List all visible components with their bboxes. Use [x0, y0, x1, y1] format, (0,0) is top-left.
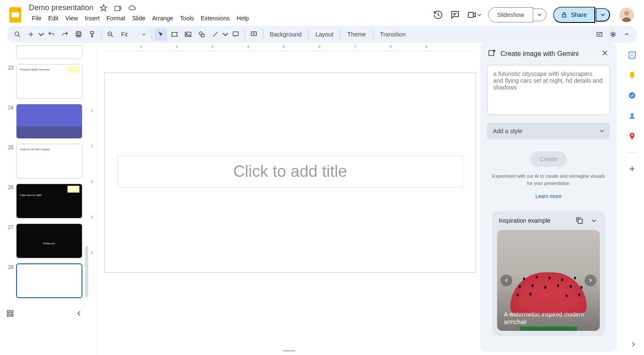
select-tool-icon[interactable]	[155, 28, 167, 41]
right-rail: 31	[620, 43, 644, 355]
contacts-icon[interactable]	[628, 112, 636, 120]
add-comment-icon[interactable]	[247, 28, 260, 41]
close-icon[interactable]	[601, 49, 609, 59]
filmstrip-wrap: 23 Financial Health Overview 24 25 Goals…	[0, 43, 89, 355]
paint-format-icon[interactable]	[86, 28, 98, 41]
expand-rail-icon[interactable]	[630, 341, 637, 350]
new-slide-dropdown[interactable]	[38, 28, 44, 41]
next-icon[interactable]	[585, 274, 596, 286]
inspiration-section: Inspiration example	[492, 211, 605, 336]
undo-icon[interactable]	[45, 28, 58, 41]
share-dropdown[interactable]	[596, 8, 610, 22]
ruler-tick: 3	[211, 45, 214, 49]
theme-button[interactable]: Theme	[343, 31, 370, 38]
meet-button[interactable]	[467, 10, 481, 20]
slide-thumb-26[interactable]: Open floor for Q&A	[16, 184, 82, 218]
style-select[interactable]: Add a style	[487, 123, 610, 140]
slide-row: 27 Thank you.	[4, 224, 82, 258]
background-button[interactable]: Background	[266, 31, 306, 38]
transition-button[interactable]: Transition	[376, 31, 410, 38]
slide-row: 25 Goals for the Next Quarter	[4, 144, 82, 179]
inspiration-title: Inspiration example	[499, 217, 550, 224]
history-icon[interactable]	[433, 10, 443, 20]
line-icon[interactable]	[209, 28, 222, 41]
move-icon[interactable]	[114, 4, 122, 12]
print-icon[interactable]	[72, 28, 85, 41]
collapse-icon[interactable]	[620, 28, 633, 41]
inspiration-image[interactable]: A watermelon inspired modern armchair	[497, 230, 600, 331]
title-textbox[interactable]: Click to add title	[118, 156, 463, 187]
slide-thumb-24[interactable]	[16, 104, 82, 139]
slide-thumb-23[interactable]: Financial Health Overview	[16, 64, 82, 99]
create-button[interactable]: Create	[530, 151, 567, 167]
comment-icon[interactable]	[450, 10, 460, 20]
style-label: Add a style	[493, 128, 522, 134]
share-button[interactable]: Share	[553, 7, 595, 23]
slide-thumb-27[interactable]: Thank you.	[16, 224, 82, 258]
menu-insert[interactable]: Insert	[82, 13, 103, 23]
ruler-tick: 3	[91, 179, 93, 184]
slideshow-button[interactable]: Slideshow	[488, 7, 533, 22]
speaker-notes-handle[interactable]	[283, 350, 295, 352]
grid-icon[interactable]	[6, 309, 14, 319]
svg-rect-23	[7, 314, 9, 316]
slide-number: 23	[4, 64, 14, 99]
menu-file[interactable]: File	[29, 13, 45, 23]
menu-extensions[interactable]: Extensions	[198, 13, 233, 23]
slide-row: 24	[4, 104, 82, 139]
app-logo[interactable]	[7, 6, 24, 23]
add-addon-icon[interactable]	[628, 165, 636, 175]
menu-format[interactable]: Format	[104, 13, 128, 23]
image-icon[interactable]	[182, 28, 194, 41]
slide-canvas[interactable]: Click to add title	[104, 73, 476, 273]
ruler-tick: 4	[91, 215, 93, 219]
slide-thumb-25[interactable]: Goals for the Next Quarter	[16, 144, 82, 179]
slide-number: 25	[4, 144, 14, 179]
menubar: File Edit View Insert Format Slide Arran…	[27, 12, 430, 26]
line-dropdown[interactable]	[222, 28, 228, 41]
slide-thumb-22[interactable]	[16, 45, 82, 59]
comment-add-icon[interactable]	[229, 28, 242, 41]
layout-button[interactable]: Layout	[311, 31, 337, 38]
menu-slide[interactable]: Slide	[129, 13, 148, 23]
prompt-input[interactable]	[487, 65, 610, 115]
avatar[interactable]	[619, 8, 634, 22]
zoom-out-icon[interactable]	[104, 28, 117, 41]
prev-icon[interactable]	[501, 274, 512, 286]
calendar-icon[interactable]: 31	[628, 50, 636, 59]
ruler-tick: 1	[91, 108, 93, 112]
menu-view[interactable]: View	[62, 13, 81, 23]
menu-arrange[interactable]: Arrange	[149, 13, 176, 23]
copy-icon[interactable]	[575, 216, 584, 225]
gemini-icon[interactable]	[593, 28, 606, 41]
redo-icon[interactable]	[59, 28, 71, 41]
new-slide-icon[interactable]	[25, 28, 37, 41]
slide-thumb-28[interactable]	[16, 263, 82, 298]
slideshow-dropdown[interactable]	[533, 8, 546, 21]
scrollbar[interactable]	[85, 246, 88, 297]
menu-edit[interactable]: Edit	[45, 13, 62, 23]
search-icon[interactable]	[11, 28, 24, 41]
maps-icon[interactable]	[628, 132, 636, 140]
cloud-icon[interactable]	[128, 4, 137, 12]
doc-title[interactable]: Demo presentation	[29, 3, 93, 12]
ruler-tick: 9	[425, 45, 427, 49]
chevron-down-icon[interactable]	[590, 216, 598, 225]
keep-icon[interactable]	[628, 71, 636, 79]
ruler-tick: 2	[91, 144, 93, 148]
menu-help[interactable]: Help	[233, 13, 252, 23]
menu-tools[interactable]: Tools	[177, 13, 197, 23]
tasks-icon[interactable]	[628, 91, 636, 100]
filmstrip[interactable]: 23 Financial Health Overview 24 25 Goals…	[0, 43, 89, 306]
ruler-tick: 1	[140, 45, 142, 49]
record-icon[interactable]	[607, 28, 619, 41]
filmstrip-footer	[0, 306, 89, 323]
zoom-select[interactable]: Fit	[118, 31, 149, 38]
inspiration-header: Inspiration example	[492, 216, 605, 228]
svg-rect-3	[562, 14, 566, 17]
chevron-left-icon[interactable]	[75, 309, 83, 319]
textbox-icon[interactable]	[168, 28, 181, 41]
shape-icon[interactable]	[195, 28, 208, 41]
learn-more-link[interactable]: Learn more	[487, 193, 610, 199]
star-icon[interactable]	[99, 4, 108, 12]
